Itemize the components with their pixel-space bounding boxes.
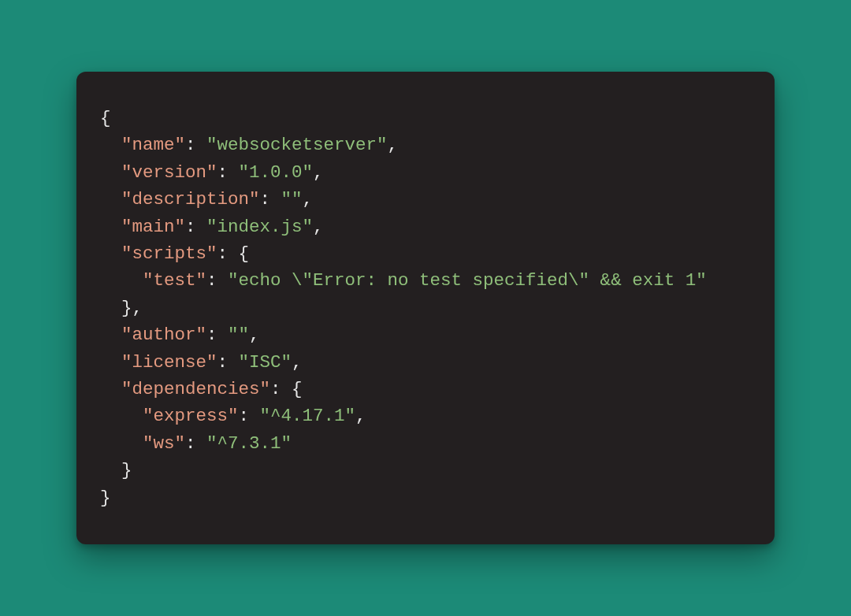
brace-open: { [100, 108, 111, 128]
key-author: "author" [121, 325, 206, 345]
brace-close: } [100, 488, 111, 508]
key-scripts: "scripts" [121, 243, 217, 264]
value-author: "" [228, 325, 249, 345]
key-main: "main" [121, 217, 185, 237]
key-name: "name" [121, 135, 185, 155]
key-version: "version" [121, 162, 217, 183]
code-block: { "name": "websocketserver", "version": … [76, 72, 775, 544]
key-test: "test" [143, 270, 206, 291]
value-main: "index.js" [206, 217, 313, 237]
value-description: "" [281, 189, 303, 210]
key-license: "license" [121, 352, 217, 373]
value-express: "^4.17.1" [260, 406, 356, 426]
value-test: "echo \"Error: no test specified\" && ex… [228, 270, 707, 291]
value-name: "websocketserver" [206, 135, 388, 155]
value-license: "ISC" [239, 352, 292, 373]
key-dependencies: "dependencies" [121, 379, 270, 399]
value-ws: "^7.3.1" [206, 433, 292, 454]
json-code: { "name": "websocketserver", "version": … [100, 105, 751, 511]
value-version: "1.0.0" [239, 162, 314, 183]
key-express: "express" [143, 406, 239, 426]
key-description: "description" [121, 189, 260, 210]
brace-close: }, [121, 298, 143, 318]
brace-close: } [121, 460, 132, 481]
key-ws: "ws" [143, 433, 185, 454]
